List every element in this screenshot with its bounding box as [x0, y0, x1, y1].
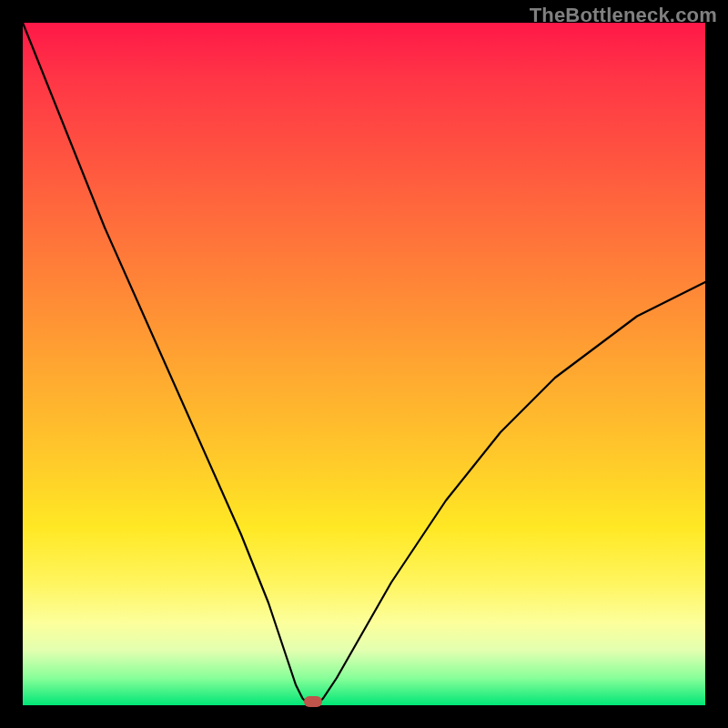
plot-area [23, 23, 705, 705]
optimum-marker [304, 696, 322, 707]
bottleneck-curve [23, 23, 705, 705]
chart-frame: TheBottleneck.com [0, 0, 728, 728]
watermark-text: TheBottleneck.com [530, 4, 717, 27]
